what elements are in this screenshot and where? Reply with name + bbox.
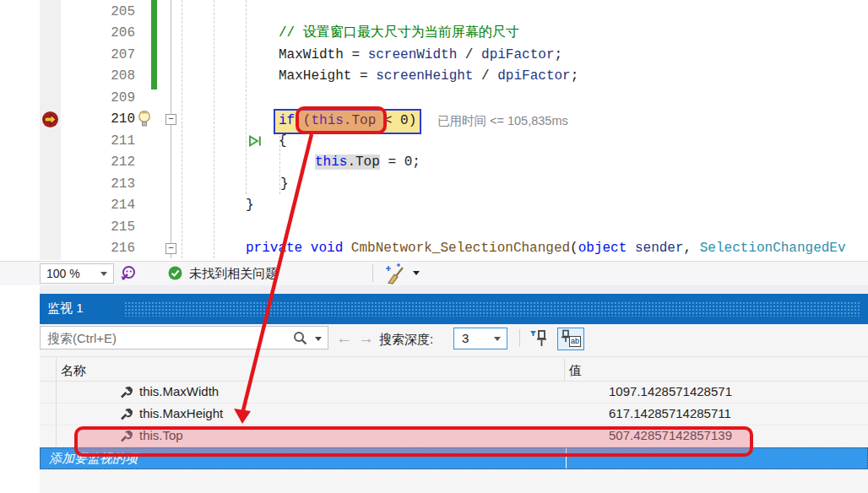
line-number: 206 — [76, 23, 135, 44]
line-number: 215 — [76, 217, 135, 238]
code-line-214[interactable]: 214} — [0, 195, 868, 217]
watch-value[interactable]: 617.14285714285711 — [609, 406, 731, 420]
line-number: 205 — [76, 2, 135, 23]
pin-values-toggle-button[interactable]: ab — [557, 328, 584, 350]
collapse-toggle-icon[interactable]: − — [165, 243, 176, 254]
zoom-level-dropdown[interactable]: 100 % — [40, 263, 114, 284]
check-circle-icon — [168, 266, 182, 280]
watch-value[interactable]: 1097.1428571428571 — [609, 384, 732, 398]
code-cleanup-broom-icon[interactable] — [382, 263, 407, 284]
code-text[interactable]: { — [279, 131, 287, 152]
column-splitter[interactable] — [564, 358, 565, 382]
line-number: 208 — [76, 66, 135, 87]
collapse-toggle-icon[interactable]: − — [165, 114, 176, 125]
code-text[interactable]: MaxHeight = screenHeight / dpiFactor; — [279, 66, 578, 87]
column-header-name[interactable]: 名称 — [61, 363, 86, 379]
watch-row[interactable]: this.MaxWidth1097.1428571428571 — [40, 382, 868, 404]
search-depth-value: 3 — [462, 331, 469, 345]
watch-search-input[interactable]: 搜索(Ctrl+E) — [40, 326, 328, 349]
chevron-down-icon — [100, 272, 107, 276]
zoom-level-value: 100 % — [46, 267, 80, 280]
divider — [519, 329, 520, 347]
divider — [372, 264, 373, 282]
code-editor[interactable]: 205206// 设置窗口最大尺寸为当前屏幕的尺寸207MaxWidth = s… — [0, 2, 868, 260]
line-number: 207 — [76, 45, 135, 66]
code-line-215[interactable]: 215 — [0, 217, 868, 239]
health-status-message[interactable]: 未找到相关问题 — [189, 266, 278, 282]
code-text[interactable]: // 设置窗口最大尺寸为当前屏幕的尺寸 — [279, 23, 519, 44]
search-icon[interactable] — [292, 330, 309, 347]
pin-filter-icon[interactable] — [529, 328, 549, 349]
code-line-211[interactable]: 211{ — [0, 131, 868, 153]
chevron-down-icon[interactable] — [315, 337, 322, 341]
watch-row[interactable]: this.MaxHeight617.14285714285711 — [40, 404, 868, 425]
line-number: 209 — [76, 88, 135, 109]
search-placeholder: 搜索(Ctrl+E) — [47, 331, 117, 347]
wrench-icon — [119, 408, 133, 421]
line-number: 216 — [76, 238, 135, 259]
code-text[interactable]: this.Top = 0; — [315, 152, 420, 173]
code-line-210[interactable]: 210if (this.Top < 0) — [0, 109, 868, 131]
forward-arrow-button[interactable]: → — [358, 329, 374, 348]
lightbulb-icon[interactable] — [136, 110, 153, 128]
code-line-208[interactable]: 208MaxHeight = screenHeight / dpiFactor; — [0, 66, 868, 88]
code-text[interactable]: MaxWidth = screenWidth / dpiFactor; — [279, 45, 562, 66]
ab-badge: ab — [569, 336, 581, 347]
line-number: 211 — [76, 131, 135, 152]
line-number: 210 — [76, 109, 135, 130]
watch-title-bar[interactable]: 监视 1 — [40, 294, 868, 324]
vs-debug-screenshot: 205206// 设置窗口最大尺寸为当前屏幕的尺寸207MaxWidth = s… — [0, 0, 868, 493]
watch-name[interactable]: this.MaxWidth — [139, 384, 219, 398]
code-text[interactable]: } — [280, 174, 289, 195]
divider — [40, 356, 868, 357]
watch-title: 监视 1 — [47, 301, 84, 317]
line-number: 214 — [76, 195, 135, 216]
perf-tip[interactable]: 已用时间 <= 105,835ms — [437, 113, 568, 129]
title-drag-dots — [124, 301, 861, 317]
annotation-box-code — [296, 106, 387, 134]
feedback-face-icon[interactable] — [120, 264, 137, 282]
watch-name[interactable]: this.MaxHeight — [139, 406, 223, 420]
step-marker-icon — [248, 134, 263, 149]
search-depth-label: 搜索深度: — [379, 332, 433, 348]
back-arrow-button[interactable]: ← — [336, 329, 352, 348]
current-statement-breakpoint-icon[interactable] — [41, 111, 59, 128]
code-line-212[interactable]: 212this.Top = 0; — [0, 152, 868, 174]
wrench-icon — [119, 386, 133, 399]
chevron-down-icon[interactable] — [413, 271, 420, 275]
line-number: 213 — [76, 174, 135, 195]
annotation-box-watch — [74, 426, 753, 457]
panel-splitter[interactable] — [40, 285, 868, 294]
code-line-209[interactable]: 209 — [0, 88, 868, 110]
code-line-205[interactable]: 205 — [0, 2, 868, 24]
code-line-206[interactable]: 206// 设置窗口最大尺寸为当前屏幕的尺寸 — [0, 23, 868, 45]
code-text[interactable]: private void CmbNetwork_SelectionChanged… — [246, 238, 846, 259]
code-line-213[interactable]: 213} — [0, 174, 868, 196]
search-depth-dropdown[interactable]: 3 — [453, 328, 507, 349]
code-line-207[interactable]: 207MaxWidth = screenWidth / dpiFactor; — [0, 45, 868, 67]
chevron-down-icon — [494, 337, 501, 341]
code-text[interactable]: } — [246, 195, 254, 216]
code-line-216[interactable]: 216private void CmbNetwork_SelectionChan… — [0, 238, 868, 260]
column-header-value[interactable]: 值 — [569, 363, 582, 379]
line-number: 212 — [76, 152, 135, 173]
